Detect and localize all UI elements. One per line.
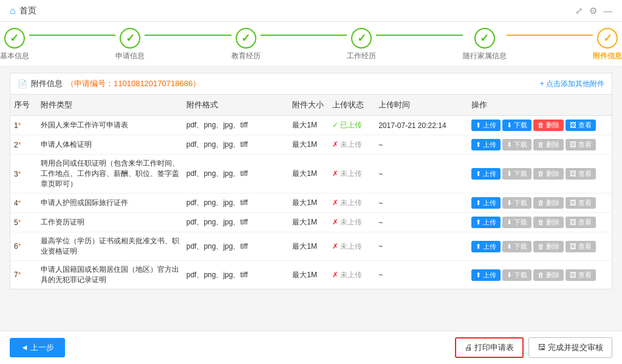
cell-type-0: 外国人来华工作许可申请表 (37, 116, 183, 135)
upload-button-5[interactable]: ⬆ 上传 (471, 241, 501, 252)
view-button-4[interactable]: 🖼 查看 (566, 217, 596, 228)
download-button-6[interactable]: ⬇ 下载 (502, 269, 531, 281)
cell-size-4: 最大1M (289, 213, 328, 232)
print-button[interactable]: 🖨 打印申请表 (455, 337, 524, 358)
upload-button-3[interactable]: ⬆ 上传 (471, 197, 501, 209)
th-action: 操作 (468, 95, 612, 116)
upload-button-0[interactable]: ⬆ 上传 (471, 120, 501, 131)
nav-home-label[interactable]: 首页 (19, 5, 36, 16)
download-button-2[interactable]: ⬇ 下载 (502, 168, 531, 180)
table-row: 1*外国人来华工作许可申请表pdf、png、jpg、tiff最大1M✓ 已上传2… (10, 116, 612, 135)
cell-format-0: pdf、png、jpg、tiff (183, 116, 289, 135)
th-type: 附件类型 (37, 95, 183, 116)
cell-size-0: 最大1M (289, 116, 328, 135)
delete-button-2[interactable]: 🗑 删除 (533, 168, 564, 180)
step-3-label: 教育经历 (231, 51, 261, 61)
cell-time-1: ~ (375, 135, 468, 155)
submit-button[interactable]: 🖫 完成并提交审核 (528, 337, 612, 358)
upload-button-1[interactable]: ⬆ 上传 (471, 139, 501, 150)
step-2-circle: ✓ (120, 28, 140, 49)
nav-actions: ⤢ ⚙ — (575, 5, 612, 16)
cell-time-0: 2017-07-21 20:22:14 (375, 116, 468, 135)
footer-right-actions: 🖨 打印申请表 🖫 完成并提交审核 (455, 337, 612, 358)
cell-index-4: 5* (10, 213, 37, 232)
delete-button-5[interactable]: 🗑 删除 (533, 241, 564, 252)
th-index: 序号 (10, 95, 37, 116)
settings-icon[interactable]: ⚙ (589, 5, 597, 16)
attachments-table: 序号 附件类型 附件格式 附件大小 上传状态 上传时间 操作 1*外国人来华工作… (10, 95, 612, 289)
cell-time-2: ~ (375, 155, 468, 194)
cell-status-0: ✓ 已上传 (329, 116, 375, 135)
view-button-0[interactable]: 🖼 查看 (566, 120, 596, 131)
cell-status-2: ✗ 未上传 (329, 155, 375, 194)
download-button-5[interactable]: ⬇ 下载 (502, 241, 531, 252)
step-1-label: 基本信息 (0, 51, 29, 61)
section-title-text: 附件信息 (31, 78, 63, 89)
cell-action-6: ⬆ 上传⬇ 下载🗑 删除🖼 查看 (468, 261, 612, 289)
view-button-5[interactable]: 🖼 查看 (566, 241, 596, 252)
cell-size-6: 最大1M (289, 261, 328, 289)
close-icon[interactable]: — (603, 5, 612, 16)
step-3-circle: ✓ (236, 28, 256, 49)
view-button-3[interactable]: 🖼 查看 (566, 197, 596, 209)
cell-action-0: ⬆ 上传⬇ 下载🗑 删除🖼 查看 (468, 116, 612, 135)
section-header: 📄 附件信息 （申请编号：110108120170718686） + 点击添加其… (10, 73, 612, 94)
download-button-0[interactable]: ⬇ 下载 (502, 120, 531, 131)
prev-button[interactable]: ◄ 上一步 (10, 338, 65, 357)
table-row: 3*聘用合同或任职证明（包含来华工作时间、工作地点、工作内容、薪酬、职位、签字盖… (10, 155, 612, 194)
step-6: ✓ 附件信息 (593, 28, 622, 61)
delete-button-1[interactable]: 🗑 删除 (533, 139, 564, 150)
view-button-2[interactable]: 🖼 查看 (566, 168, 596, 180)
upload-button-6[interactable]: ⬆ 上传 (471, 269, 501, 281)
step-4: ✓ 工作经历 (347, 28, 376, 61)
upload-button-2[interactable]: ⬆ 上传 (471, 168, 501, 180)
step-6-label: 附件信息 (593, 51, 622, 61)
delete-button-3[interactable]: 🗑 删除 (533, 197, 564, 209)
cell-type-3: 申请人护照或国际旅行证件 (37, 194, 183, 213)
delete-button-6[interactable]: 🗑 删除 (533, 269, 564, 281)
download-button-3[interactable]: ⬇ 下载 (502, 197, 531, 209)
cell-status-1: ✗ 未上传 (329, 135, 375, 155)
cell-size-2: 最大1M (289, 155, 328, 194)
table-row: 7*申请人国籍国或长期居住国（地区）官方出具的无犯罪记录证明pdf、png、jp… (10, 261, 612, 289)
cell-type-6: 申请人国籍国或长期居住国（地区）官方出具的无犯罪记录证明 (37, 261, 183, 289)
cell-format-1: pdf、png、jpg、tiff (183, 135, 289, 155)
cell-type-5: 最高学位（学历）证书或相关批准文书、职业资格证明 (37, 232, 183, 261)
steps-bar: ✓ 基本信息 ✓ 申请信息 ✓ 教育经历 ✓ 工作经历 ✓ 随行家属信息 ✓ (0, 22, 622, 67)
delete-button-4[interactable]: 🗑 删除 (533, 217, 564, 228)
cell-time-6: ~ (375, 261, 468, 289)
step-4-circle: ✓ (351, 28, 372, 49)
home-icon: ⌂ (10, 5, 16, 16)
download-button-1[interactable]: ⬇ 下载 (502, 139, 531, 150)
cell-status-3: ✗ 未上传 (329, 194, 375, 213)
upload-button-4[interactable]: ⬆ 上传 (471, 217, 501, 228)
top-nav: ⌂ 首页 ⤢ ⚙ — (0, 0, 622, 22)
view-button-6[interactable]: 🖼 查看 (566, 269, 596, 281)
table-row: 5*工作资历证明pdf、png、jpg、tiff最大1M✗ 未上传~⬆ 上传⬇ … (10, 213, 612, 232)
download-button-4[interactable]: ⬇ 下载 (502, 217, 531, 228)
table-row: 6*最高学位（学历）证书或相关批准文书、职业资格证明pdf、png、jpg、ti… (10, 232, 612, 261)
cell-action-1: ⬆ 上传⬇ 下载🗑 删除🖼 查看 (468, 135, 612, 155)
cell-status-4: ✗ 未上传 (329, 213, 375, 232)
add-attachment-button[interactable]: + 点击添加其他附件 (540, 79, 604, 89)
cell-index-5: 6* (10, 232, 37, 261)
cell-status-5: ✗ 未上传 (329, 232, 375, 261)
th-status: 上传状态 (329, 95, 375, 116)
cell-type-4: 工作资历证明 (37, 213, 183, 232)
step-2: ✓ 申请信息 (115, 28, 145, 61)
cell-size-5: 最大1M (289, 232, 328, 261)
cell-action-2: ⬆ 上传⬇ 下载🗑 删除🖼 查看 (468, 155, 612, 194)
step-1-circle: ✓ (4, 28, 25, 49)
cell-size-3: 最大1M (289, 194, 328, 213)
view-button-1[interactable]: 🖼 查看 (566, 139, 596, 150)
delete-button-0[interactable]: 🗑 删除 (533, 120, 564, 131)
footer: ◄ 上一步 🖨 打印申请表 🖫 完成并提交审核 (0, 331, 622, 364)
step-6-circle: ✓ (597, 28, 618, 49)
resize-icon[interactable]: ⤢ (575, 5, 583, 16)
cell-status-6: ✗ 未上传 (329, 261, 375, 289)
cell-format-6: pdf、png、jpg、tiff (183, 261, 289, 289)
cell-size-1: 最大1M (289, 135, 328, 155)
table-header-row: 序号 附件类型 附件格式 附件大小 上传状态 上传时间 操作 (10, 95, 612, 116)
th-time: 上传时间 (375, 95, 468, 116)
cell-format-5: pdf、png、jpg、tiff (183, 232, 289, 261)
